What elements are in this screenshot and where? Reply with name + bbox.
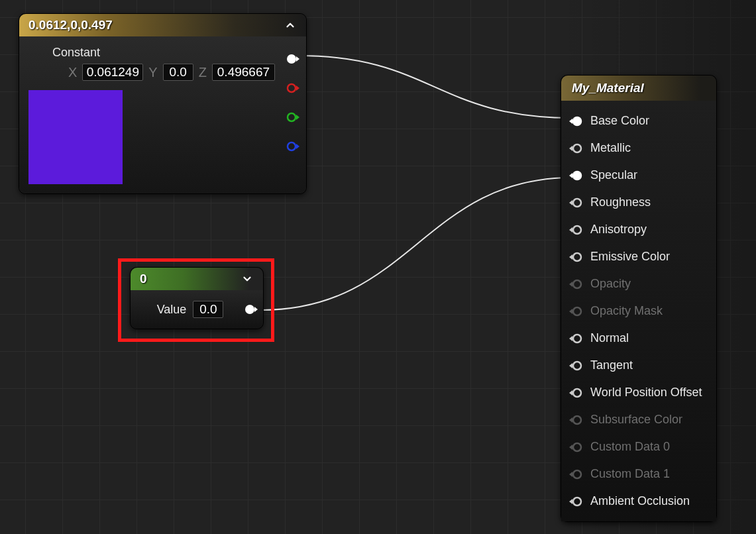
color-swatch[interactable] xyxy=(28,90,123,184)
material-input-label: Custom Data 0 xyxy=(590,440,670,454)
y-label: Y xyxy=(148,65,157,80)
svg-point-19 xyxy=(573,498,581,506)
material-input-label: Custom Data 1 xyxy=(590,467,670,481)
x-label: X xyxy=(68,65,77,80)
constant-label: Constant xyxy=(52,46,277,60)
b-output-pin[interactable] xyxy=(286,141,299,152)
material-input-pin[interactable] xyxy=(569,170,582,181)
svg-point-3 xyxy=(288,142,296,150)
svg-point-4 xyxy=(245,305,254,314)
material-input-row: Opacity Mask xyxy=(565,297,710,325)
y-input[interactable] xyxy=(163,64,193,81)
svg-point-2 xyxy=(288,113,296,121)
material-input-label: Specular xyxy=(590,168,637,182)
material-input-row: Ambient Occlusion xyxy=(565,488,710,515)
svg-point-11 xyxy=(573,280,581,288)
material-input-pin[interactable] xyxy=(569,496,582,507)
material-input-label: Roughness xyxy=(590,195,651,209)
svg-point-17 xyxy=(573,443,581,451)
svg-point-10 xyxy=(573,253,581,261)
material-input-row: Emissive Color xyxy=(565,243,710,270)
node-title: My_Material xyxy=(572,81,644,95)
g-output-pin[interactable] xyxy=(286,112,299,123)
svg-point-13 xyxy=(573,335,581,343)
material-input-pin[interactable] xyxy=(569,442,582,453)
scalar-constant-node[interactable]: 0 Value xyxy=(130,267,264,329)
material-input-row: Specular xyxy=(565,162,710,189)
material-input-pin[interactable] xyxy=(569,333,582,344)
svg-point-6 xyxy=(573,144,581,152)
material-input-row: Subsurface Color xyxy=(565,406,710,433)
svg-point-0 xyxy=(287,54,296,64)
node-title: 0.0612,0,0.497 xyxy=(28,18,113,32)
svg-point-1 xyxy=(288,84,296,92)
svg-point-18 xyxy=(573,470,581,478)
rgba-output-pin[interactable] xyxy=(286,54,299,64)
svg-point-14 xyxy=(573,362,581,370)
material-input-label: Metallic xyxy=(590,141,631,155)
svg-point-9 xyxy=(573,226,581,234)
material-input-label: Normal xyxy=(590,331,629,345)
material-input-label: Anisotropy xyxy=(590,223,647,237)
material-output-node[interactable]: My_Material Base ColorMetallicSpecularRo… xyxy=(561,75,717,522)
x-input[interactable] xyxy=(82,64,143,81)
material-input-row: Roughness xyxy=(565,189,710,216)
expand-icon[interactable] xyxy=(241,272,254,286)
value-label: Value xyxy=(157,303,187,317)
material-input-row: World Position Offset xyxy=(565,379,710,406)
vector-constant-node[interactable]: 0.0612,0,0.497 Constant X Y Z xyxy=(19,13,307,194)
material-input-label: Ambient Occlusion xyxy=(590,494,690,508)
material-input-label: Opacity Mask xyxy=(590,304,663,318)
material-input-label: Tangent xyxy=(590,358,633,372)
z-input[interactable] xyxy=(212,64,275,81)
material-input-pin[interactable] xyxy=(569,360,582,371)
material-input-pin[interactable] xyxy=(569,306,582,317)
svg-point-12 xyxy=(573,307,581,315)
scalar-output-pin[interactable] xyxy=(244,304,258,315)
material-input-pin[interactable] xyxy=(569,279,582,290)
material-input-row: Custom Data 0 xyxy=(565,433,710,460)
material-input-pin[interactable] xyxy=(569,415,582,425)
svg-point-15 xyxy=(573,389,581,397)
material-input-pin[interactable] xyxy=(569,252,582,262)
collapse-icon[interactable] xyxy=(284,19,297,32)
material-input-pin[interactable] xyxy=(569,469,582,480)
svg-point-8 xyxy=(573,199,581,207)
material-input-row: Opacity xyxy=(565,270,710,297)
material-input-row: Normal xyxy=(565,325,710,352)
svg-point-16 xyxy=(573,416,581,424)
svg-point-7 xyxy=(573,172,581,180)
material-input-pin[interactable] xyxy=(569,388,582,398)
material-input-label: World Position Offset xyxy=(590,386,702,400)
z-label: Z xyxy=(199,65,207,80)
svg-point-5 xyxy=(573,117,581,125)
material-input-row: Custom Data 1 xyxy=(565,460,710,488)
material-input-pin[interactable] xyxy=(569,143,582,154)
material-input-row: Base Color xyxy=(565,107,710,134)
material-input-label: Base Color xyxy=(590,114,649,128)
material-input-label: Subsurface Color xyxy=(590,413,682,427)
material-input-pin[interactable] xyxy=(569,225,582,235)
material-input-row: Anisotropy xyxy=(565,216,710,243)
material-input-pin[interactable] xyxy=(569,197,582,208)
value-input[interactable] xyxy=(193,301,223,318)
r-output-pin[interactable] xyxy=(286,83,299,93)
material-input-label: Opacity xyxy=(590,277,631,291)
material-input-row: Tangent xyxy=(565,352,710,379)
material-input-pin[interactable] xyxy=(569,116,582,127)
node-title: 0 xyxy=(140,272,147,286)
material-input-label: Emissive Color xyxy=(590,250,670,264)
material-input-row: Metallic xyxy=(565,134,710,162)
